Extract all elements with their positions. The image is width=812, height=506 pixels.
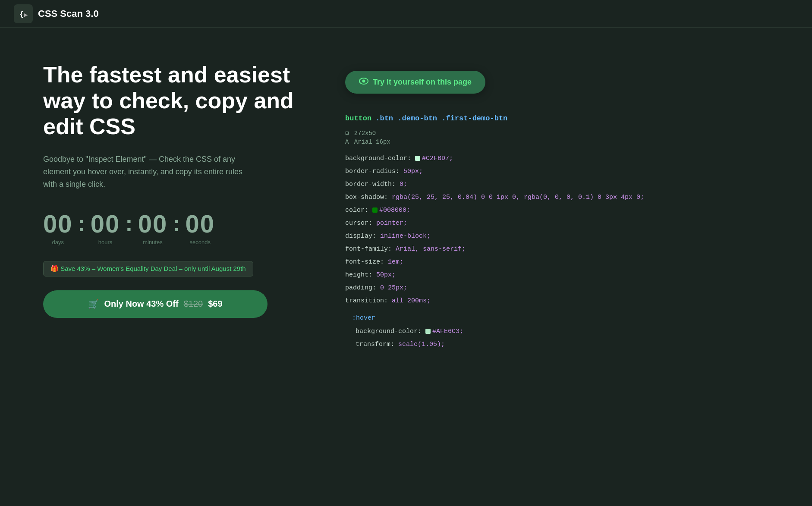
css-property-line: transition: all 200ms;	[345, 295, 644, 308]
countdown-days: 00	[43, 211, 73, 236]
try-it-button[interactable]: Try it yourself on this page	[345, 71, 485, 94]
cta-price-old: $120	[184, 299, 203, 309]
countdown-sep-2: :	[125, 211, 132, 235]
deal-badge: 🎁 Save 43% – Women's Equality Day Deal –…	[43, 261, 253, 277]
logo-box: { ▶ CSS Scan 3.0	[14, 4, 99, 23]
cta-label: Only Now 43% Off	[104, 299, 178, 309]
css-property-line: display: inline-block;	[345, 230, 644, 243]
hero-title: The fastest and easiest way to check, co…	[43, 62, 311, 139]
cta-button[interactable]: 🛒 Only Now 43% Off $120 $69	[43, 290, 268, 318]
svg-text:{: {	[19, 10, 24, 18]
css-property-line: font-size: 1em;	[345, 256, 644, 269]
right-column: Try it yourself on this page button .btn…	[345, 62, 786, 351]
countdown-hours-unit: 00 hours	[91, 211, 120, 245]
css-property-line: height: 50px;	[345, 269, 644, 282]
svg-text:▶: ▶	[24, 13, 28, 17]
countdown-sep-1: :	[78, 211, 85, 235]
logo-icon: { ▶	[14, 4, 33, 23]
color-swatch	[372, 207, 378, 213]
countdown-seconds-unit: 00 seconds	[186, 211, 215, 245]
css-properties-list: background-color: #C2FBD7;border-radius:…	[345, 152, 644, 308]
css-property-line: background-color: #AFE6C3;	[356, 325, 644, 338]
countdown: 00 days : 00 hours : 00 minutes : 00 sec…	[43, 211, 311, 245]
css-property-line: cursor: pointer;	[345, 217, 644, 230]
cart-icon: 🛒	[88, 299, 99, 309]
svg-point-4	[362, 80, 365, 83]
countdown-days-unit: 00 days	[43, 211, 73, 245]
css-font-value: Arial 16px	[354, 138, 390, 145]
countdown-seconds: 00	[186, 211, 215, 236]
countdown-minutes-label: minutes	[143, 239, 163, 245]
font-icon: A	[345, 138, 349, 145]
css-property-line: background-color: #C2FBD7;	[345, 152, 644, 165]
eye-icon	[359, 78, 368, 87]
css-property-line: transform: scale(1.05);	[356, 338, 644, 351]
color-swatch	[415, 156, 420, 161]
color-swatch	[425, 329, 431, 334]
left-column: The fastest and easiest way to check, co…	[43, 62, 311, 351]
countdown-minutes: 00	[138, 211, 168, 236]
countdown-sep-3: :	[173, 211, 180, 235]
cta-price-new: $69	[208, 299, 222, 309]
main-content: The fastest and easiest way to check, co…	[0, 28, 812, 377]
countdown-seconds-label: seconds	[190, 239, 211, 245]
css-tag: button	[345, 114, 371, 123]
size-icon: ⊞	[345, 130, 349, 137]
countdown-hours: 00	[91, 211, 120, 236]
deal-badge-text: 🎁 Save 43% – Women's Equality Day Deal –…	[50, 265, 246, 273]
css-property-line: color: #008000;	[345, 204, 644, 217]
hero-subtitle: Goodbye to "Inspect Element" — Check the…	[43, 153, 250, 190]
css-property-line: padding: 0 25px;	[345, 282, 644, 295]
app-title: CSS Scan 3.0	[38, 8, 99, 19]
css-property-line: border-width: 0;	[345, 178, 644, 191]
countdown-minutes-unit: 00 minutes	[138, 211, 168, 245]
css-property-line: border-radius: 50px;	[345, 165, 644, 178]
css-meta-font: A Arial 16px	[345, 138, 644, 145]
css-hover-label: :hover	[352, 314, 644, 322]
css-property-line: font-family: Arial, sans-serif;	[345, 243, 644, 256]
countdown-hours-label: hours	[98, 239, 113, 245]
css-classes: .btn .demo-btn .first-demo-btn	[375, 114, 507, 123]
try-button-label: Try it yourself on this page	[373, 78, 472, 87]
css-meta-size: ⊞ 272x50	[345, 129, 644, 137]
topbar: { ▶ CSS Scan 3.0	[0, 0, 812, 28]
countdown-days-label: days	[52, 239, 64, 245]
css-size-value: 272x50	[354, 130, 376, 137]
css-inspector-panel: button .btn .demo-btn .first-demo-btn ⊞ …	[345, 114, 644, 351]
css-hover-properties: background-color: #AFE6C3;transform: sca…	[356, 325, 644, 351]
css-property-line: box-shadow: rgba(25, 25, 25, 0.04) 0 0 1…	[345, 191, 644, 204]
css-selector-line: button .btn .demo-btn .first-demo-btn	[345, 114, 644, 123]
